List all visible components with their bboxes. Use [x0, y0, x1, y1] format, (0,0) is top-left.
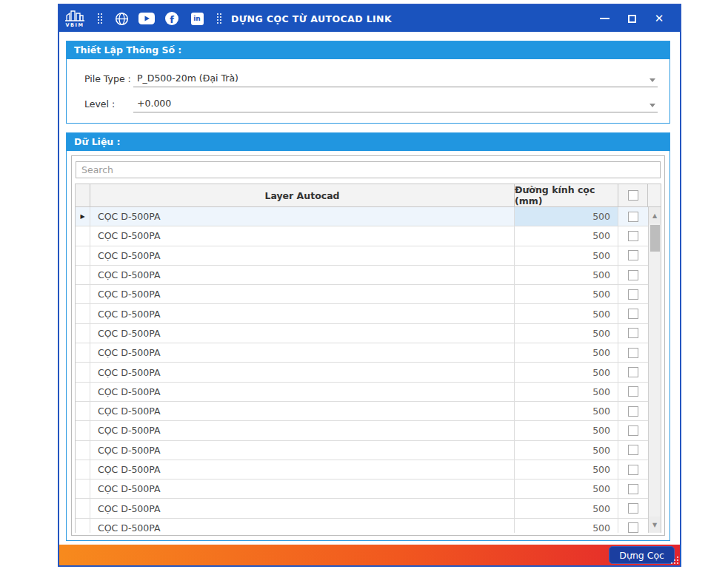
level-combobox[interactable]: +0.000: [133, 98, 658, 112]
minimize-icon: [600, 18, 610, 19]
table-row[interactable]: CỌC D-500PA 500: [76, 383, 648, 402]
settings-group-header: Thiết Lập Thông Số :: [67, 41, 669, 59]
table-row[interactable]: CỌC D-500PA 500: [76, 285, 648, 304]
row-diameter-cell[interactable]: 500: [515, 363, 618, 381]
row-checkbox[interactable]: [628, 289, 638, 300]
window-title: DỰNG CỌC TỪ AUTOCAD LINK: [231, 13, 392, 24]
scroll-up-button[interactable]: ▲: [649, 207, 661, 223]
row-diameter-cell[interactable]: 500: [515, 304, 618, 323]
resize-grip-icon[interactable]: [669, 555, 679, 565]
row-checkbox[interactable]: [628, 367, 638, 377]
row-checkbox[interactable]: [628, 212, 638, 222]
row-checkbox-cell: [618, 499, 648, 517]
row-checkbox[interactable]: [628, 309, 638, 319]
row-diameter-cell[interactable]: 500: [515, 519, 618, 533]
row-diameter-cell[interactable]: 500: [515, 402, 618, 420]
row-layer-cell[interactable]: CỌC D-500PA: [90, 266, 515, 284]
row-layer-cell[interactable]: CỌC D-500PA: [90, 324, 515, 343]
table-row[interactable]: CỌC D-500PA 500: [76, 441, 648, 460]
row-layer-cell[interactable]: CỌC D-500PA: [90, 226, 515, 245]
row-checkbox[interactable]: [628, 406, 638, 417]
table-row[interactable]: CỌC D-500PA 500: [76, 402, 648, 421]
youtube-icon[interactable]: [138, 11, 155, 26]
row-layer-cell[interactable]: CỌC D-500PA: [90, 519, 515, 533]
table-row[interactable]: CỌC D-500PA 500: [76, 246, 648, 266]
row-checkbox[interactable]: [628, 328, 638, 338]
facebook-icon[interactable]: f: [164, 11, 180, 26]
maximize-icon: [628, 15, 636, 23]
toolbar-grip-icon[interactable]: [97, 13, 102, 25]
row-layer-cell[interactable]: CỌC D-500PA: [90, 343, 515, 362]
row-diameter-cell[interactable]: 500: [515, 266, 618, 284]
row-layer-cell[interactable]: CỌC D-500PA: [90, 207, 515, 226]
toolbar-grip-icon[interactable]: [216, 13, 221, 25]
table-row[interactable]: CỌC D-500PA 500: [76, 421, 648, 440]
maximize-button[interactable]: [626, 13, 638, 24]
globe-icon[interactable]: [113, 11, 130, 26]
linkedin-icon[interactable]: in: [189, 11, 205, 26]
settings-group: Thiết Lập Thông Số : Pile Type : P_D500-…: [66, 41, 670, 124]
col-header-layer[interactable]: Layer Autocad: [90, 184, 515, 206]
table-row[interactable]: CỌC D-500PA 500: [76, 226, 648, 246]
row-checkbox[interactable]: [628, 250, 638, 260]
scroll-down-button[interactable]: ▼: [649, 517, 661, 533]
row-layer-cell[interactable]: CỌC D-500PA: [90, 304, 515, 323]
row-diameter-cell[interactable]: 500: [515, 499, 618, 517]
table-row[interactable]: ▶ CỌC D-500PA 500: [76, 207, 648, 226]
table-row[interactable]: CỌC D-500PA 500: [76, 460, 648, 480]
row-layer-cell[interactable]: CỌC D-500PA: [90, 460, 515, 479]
row-layer-cell[interactable]: CỌC D-500PA: [90, 441, 515, 460]
table-row[interactable]: CỌC D-500PA 500: [76, 499, 648, 518]
row-layer-cell[interactable]: CỌC D-500PA: [90, 421, 515, 440]
table-row[interactable]: CỌC D-500PA 500: [76, 324, 648, 343]
row-layer-cell[interactable]: CỌC D-500PA: [90, 363, 515, 381]
select-all-checkbox[interactable]: [628, 190, 638, 201]
col-header-diameter[interactable]: Đường kính cọc (mm): [515, 184, 618, 206]
scroll-thumb[interactable]: [650, 225, 660, 252]
row-layer-cell[interactable]: CỌC D-500PA: [90, 480, 515, 498]
row-checkbox[interactable]: [628, 522, 638, 533]
row-layer-cell[interactable]: CỌC D-500PA: [90, 285, 515, 303]
row-diameter-cell[interactable]: 500: [515, 460, 618, 479]
search-input[interactable]: [76, 161, 661, 178]
row-checkbox[interactable]: [628, 484, 638, 494]
pile-type-combobox[interactable]: P_D500-20m (Đại Trà): [133, 73, 658, 87]
logo-label: VBIM: [66, 22, 84, 28]
row-diameter-cell[interactable]: 500: [515, 383, 618, 401]
row-diameter-cell[interactable]: 500: [515, 246, 618, 265]
row-layer-cell[interactable]: CỌC D-500PA: [90, 402, 515, 420]
row-select-indicator: [76, 519, 90, 533]
build-piles-button[interactable]: Dựng Cọc: [609, 546, 675, 564]
row-diameter-cell[interactable]: 500: [515, 207, 618, 226]
row-diameter-cell[interactable]: 500: [515, 421, 618, 440]
row-checkbox[interactable]: [628, 465, 638, 475]
table-row[interactable]: CỌC D-500PA 500: [76, 480, 648, 499]
row-diameter-cell[interactable]: 500: [515, 441, 618, 460]
minimize-button[interactable]: [598, 13, 610, 24]
table-row[interactable]: CỌC D-500PA 500: [76, 343, 648, 363]
table-row[interactable]: CỌC D-500PA 500: [76, 266, 648, 285]
close-button[interactable]: ✕: [653, 13, 665, 24]
row-checkbox[interactable]: [628, 425, 638, 436]
row-checkbox[interactable]: [628, 503, 638, 514]
row-checkbox[interactable]: [628, 270, 638, 280]
row-checkbox[interactable]: [628, 386, 638, 397]
row-diameter-cell[interactable]: 500: [515, 226, 618, 245]
row-layer-cell[interactable]: CỌC D-500PA: [90, 499, 515, 517]
row-layer-cell[interactable]: CỌC D-500PA: [90, 383, 515, 401]
row-checkbox[interactable]: [628, 445, 638, 455]
table-row[interactable]: CỌC D-500PA 500: [76, 519, 648, 533]
row-diameter-cell[interactable]: 500: [515, 480, 618, 498]
table-row[interactable]: CỌC D-500PA 500: [76, 304, 648, 323]
row-layer-cell[interactable]: CỌC D-500PA: [90, 246, 515, 265]
row-diameter-cell[interactable]: 500: [515, 324, 618, 343]
row-diameter-cell[interactable]: 500: [515, 285, 618, 303]
table-body: ▶ CỌC D-500PA 500 CỌC D-500PA 500 CỌC D-…: [76, 207, 648, 533]
row-diameter-cell[interactable]: 500: [515, 343, 618, 362]
row-checkbox[interactable]: [628, 231, 638, 241]
vertical-scrollbar[interactable]: ▲ ▼: [648, 207, 661, 533]
settings-body: Pile Type : P_D500-20m (Đại Trà) Level :…: [67, 59, 669, 123]
table-row[interactable]: CỌC D-500PA 500: [76, 363, 648, 382]
row-select-indicator: [76, 363, 90, 381]
row-checkbox[interactable]: [628, 348, 638, 358]
